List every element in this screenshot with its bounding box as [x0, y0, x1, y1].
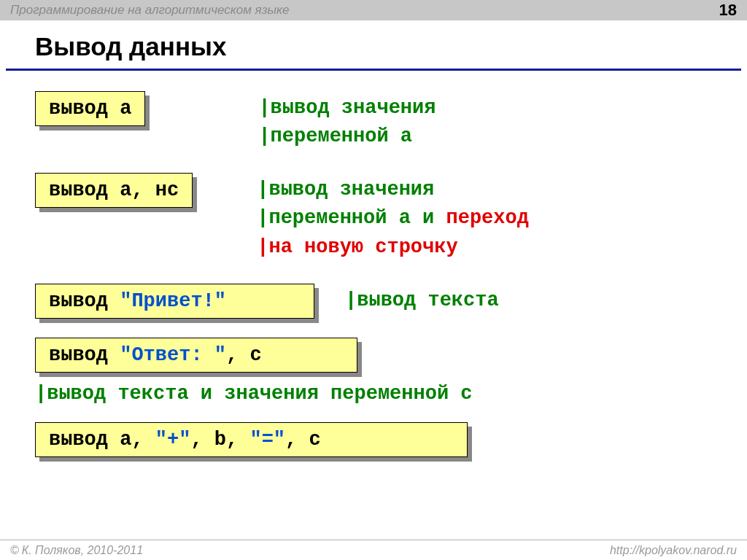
code-box-4: вывод "Ответ: ", c	[35, 338, 357, 373]
string-literal: "Привет!"	[120, 290, 226, 312]
footer: © К. Поляков, 2010-2011 http://kpolyakov…	[0, 540, 747, 560]
footer-url: http://kpolyakov.narod.ru	[610, 544, 737, 557]
keyword: вывод	[49, 179, 120, 201]
example-row-2: вывод a, нс |вывод значения |переменной …	[35, 173, 712, 261]
example-row-5: вывод a, "+", b, "=", c	[35, 422, 712, 457]
header-bar: Программирование на алгоритмическом язык…	[0, 0, 747, 20]
string-literal: "="	[249, 429, 285, 451]
comment-2: |вывод значения |переменной a и переход …	[193, 173, 529, 261]
code-arg: , b,	[190, 429, 249, 451]
keyword: вывод	[49, 344, 120, 366]
header-title: Программирование на алгоритмическом язык…	[10, 3, 290, 18]
keyword: вывод	[49, 98, 120, 120]
comment-line: |вывод значения	[258, 94, 436, 122]
example-row-1: вывод a |вывод значения |переменной a	[35, 91, 712, 151]
comment-line: |на новую строчку	[257, 233, 529, 262]
slide-title: Вывод данных	[6, 20, 741, 71]
copyright-text: К. Поляков, 2010-2011	[22, 544, 143, 557]
example-row-3: вывод "Привет!" |вывод текста	[35, 284, 712, 319]
comment-line: |вывод значения	[257, 176, 529, 204]
code-box-2: вывод a, нс	[35, 173, 193, 208]
code-box-3: вывод "Привет!"	[35, 284, 314, 319]
comment-line: |переменной a и переход	[257, 204, 529, 233]
code-arg: a, нс	[120, 179, 179, 201]
comment-full: |вывод текста и значения переменной c	[35, 383, 712, 405]
code-arg: a,	[120, 429, 155, 451]
comment-line: |переменной a	[258, 122, 436, 151]
code-arg: , c	[285, 429, 321, 451]
comment-3: |вывод текста	[314, 284, 499, 315]
slide-content: вывод a |вывод значения |переменной a вы…	[0, 91, 747, 457]
copyright-symbol: ©	[10, 544, 19, 557]
page-number: 18	[719, 1, 737, 20]
example-row-4: вывод "Ответ: ", c	[35, 338, 712, 373]
comment-text: |переменной a и	[257, 207, 446, 229]
string-literal: "Ответ: "	[120, 344, 226, 366]
code-arg: , c	[226, 344, 262, 366]
keyword: вывод	[49, 429, 120, 451]
keyword: вывод	[49, 290, 120, 312]
code-box-1: вывод a	[35, 91, 145, 126]
code-box-5: вывод a, "+", b, "=", c	[35, 422, 468, 457]
code-arg: a	[120, 98, 131, 120]
string-literal: "+"	[155, 429, 191, 451]
comment-highlight: переход	[446, 207, 528, 229]
comment-1: |вывод значения |переменной a	[145, 91, 436, 151]
copyright: © К. Поляков, 2010-2011	[10, 544, 143, 557]
